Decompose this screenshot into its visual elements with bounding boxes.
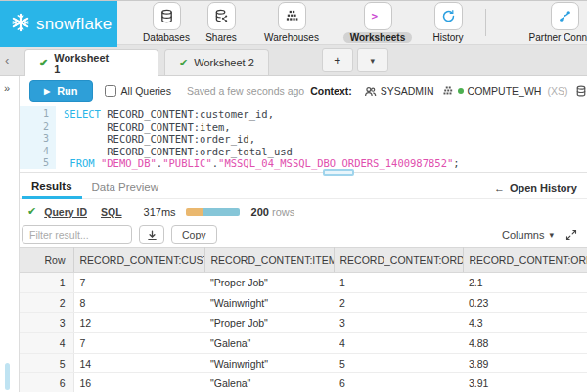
code-line: 2 RECORD_CONTENT:item,	[20, 121, 587, 134]
table-row[interactable]: 28"Wainwright"20.23	[20, 292, 587, 313]
new-worksheet-button[interactable]: +	[322, 48, 353, 72]
tab-scroll-left-icon[interactable]: ‹	[5, 53, 9, 67]
data-cell: 6	[334, 373, 463, 392]
column-header[interactable]: Row	[20, 248, 73, 273]
column-header[interactable]: RECORD_CONTENT:CUSTOME	[73, 248, 204, 273]
query-id-link[interactable]: Query ID	[44, 206, 87, 218]
row-number-cell: 5	[20, 353, 73, 373]
shares-icon	[207, 2, 236, 30]
download-button[interactable]	[139, 225, 164, 244]
warehouse-running-dot	[458, 88, 464, 94]
warehouse-icon	[442, 85, 454, 97]
data-cell: 5	[334, 353, 463, 373]
nav-item-shares[interactable]: Shares	[194, 2, 248, 43]
line-number: 4	[20, 146, 56, 158]
data-cell: "Wainwright"	[204, 292, 334, 313]
worksheets-terminal-icon: >_	[364, 2, 392, 30]
snowflake-logo-icon	[10, 12, 31, 37]
results-action-row: Copy Columns ▾	[20, 224, 587, 247]
worksheet-tabstrip: ‹ ✔ Worksheet 1 ✔ Worksheet 2 + ▾	[0, 45, 587, 76]
context-warehouse[interactable]: COMPUTE_WH (XS)	[442, 85, 568, 97]
expand-panel-icon[interactable]: »	[4, 82, 10, 94]
snowflake-console: snowflake Databases S	[0, 0, 587, 392]
data-cell: "Galena"	[204, 333, 334, 354]
table-row[interactable]: 17"Proper Job"12.1	[20, 273, 587, 293]
nav-divider	[485, 9, 486, 36]
play-icon: ▶	[44, 87, 50, 96]
object-browser-rail: »	[0, 76, 20, 392]
data-cell: 7	[73, 273, 204, 293]
nav-label: Shares	[205, 32, 237, 43]
nav-item-history[interactable]: History	[421, 2, 475, 43]
nav-label: Warehouses	[264, 32, 319, 43]
download-icon	[146, 229, 158, 241]
data-cell: 0.23	[463, 292, 587, 313]
nav-item-databases[interactable]: Databases	[139, 2, 194, 43]
rail-scroll-handle[interactable]	[5, 363, 10, 390]
table-row[interactable]: 616"Galena"63.91	[20, 373, 587, 392]
nav-label: Partner Connect	[529, 32, 587, 43]
nav-label-active: Worksheets	[343, 32, 413, 43]
line-number: 2	[20, 121, 56, 134]
column-header[interactable]: RECORD_CONTENT:ORDER_ID	[334, 248, 463, 273]
worksheet-menu-button[interactable]: ▾	[357, 48, 388, 72]
all-queries-label[interactable]: All Queries	[121, 85, 171, 97]
data-cell: 7	[73, 333, 204, 354]
table-row[interactable]: 47"Galena"44.88	[20, 333, 587, 354]
nav-label: History	[432, 32, 463, 43]
row-number-cell: 6	[20, 373, 73, 392]
column-header[interactable]: RECORD_CONTENT:ITEM	[204, 248, 334, 273]
plus-icon: +	[334, 54, 340, 67]
copy-button[interactable]: Copy	[171, 225, 217, 244]
editor-results-splitter	[20, 169, 587, 176]
partner-connect-icon	[551, 2, 579, 30]
nav-item-partner-connect[interactable]: Partner Connect	[521, 2, 587, 43]
data-cell: "Proper Job"	[204, 313, 334, 333]
data-cell: "Proper Job"	[204, 273, 334, 293]
data-cell: 1	[334, 273, 463, 293]
splitter-handle[interactable]	[323, 169, 354, 176]
data-cell: 14	[73, 353, 204, 373]
duration-bar	[186, 208, 240, 216]
caret-down-icon: ▾	[549, 230, 554, 240]
tab-results[interactable]: Results	[22, 176, 82, 199]
data-cell: 12	[73, 313, 204, 333]
open-history-button[interactable]: ← Open History	[494, 182, 577, 194]
row-number-cell: 4	[20, 333, 73, 354]
main-nav: Databases Shares	[117, 1, 587, 44]
data-cell: 2.1	[463, 273, 587, 293]
nav-item-worksheets[interactable]: >_ Worksheets	[335, 2, 421, 43]
data-cell: 8	[73, 292, 204, 313]
tab-data-preview[interactable]: Data Preview	[82, 177, 168, 197]
data-cell: 2	[334, 292, 463, 313]
expand-results-icon[interactable]	[565, 229, 577, 240]
context-database[interactable]: DEMO_DB	[575, 85, 587, 97]
code-line: 4 RECORD_CONTENT:order_total_usd	[20, 146, 587, 158]
context-label: Context:	[310, 85, 352, 97]
brand-name: snowflake	[36, 15, 112, 34]
table-row[interactable]: 312"Proper Job"34.3	[20, 313, 587, 333]
tab-worksheet-2[interactable]: ✔ Worksheet 2	[164, 49, 269, 75]
data-cell: 4.3	[463, 313, 587, 333]
data-cell: "Galena"	[204, 373, 334, 392]
results-grid: RowRECORD_CONTENT:CUSTOMERECORD_CONTENT:…	[20, 247, 587, 392]
role-users-icon	[364, 85, 377, 98]
line-number: 3	[20, 133, 56, 146]
nav-item-warehouses[interactable]: Warehouses	[248, 2, 335, 43]
all-queries-checkbox[interactable]	[105, 85, 116, 97]
sql-link[interactable]: SQL	[101, 206, 122, 218]
snowflake-logo[interactable]: snowflake	[0, 1, 117, 47]
query-success-icon: ✔	[27, 205, 36, 218]
tab-worksheet-1[interactable]: ✔ Worksheet 1	[24, 49, 158, 76]
table-row[interactable]: 514"Wainwright"53.89	[20, 353, 587, 373]
context-role[interactable]: SYSADMIN	[364, 85, 434, 98]
columns-dropdown[interactable]: Columns ▾	[502, 229, 554, 240]
warehouse-size: (XS)	[547, 85, 567, 97]
filter-input[interactable]	[22, 225, 132, 244]
tab-label: Worksheet 2	[194, 57, 254, 68]
sql-editor[interactable]: 1SELECT RECORD_CONTENT:customer_id,2 REC…	[20, 106, 587, 169]
results-tabbar: Results Data Preview ← Open History	[20, 176, 587, 199]
data-cell: "Wainwright"	[204, 353, 334, 373]
run-button[interactable]: ▶ Run	[29, 80, 93, 102]
column-header[interactable]: RECORD_CONTENT:ORDER_TO	[463, 248, 587, 273]
